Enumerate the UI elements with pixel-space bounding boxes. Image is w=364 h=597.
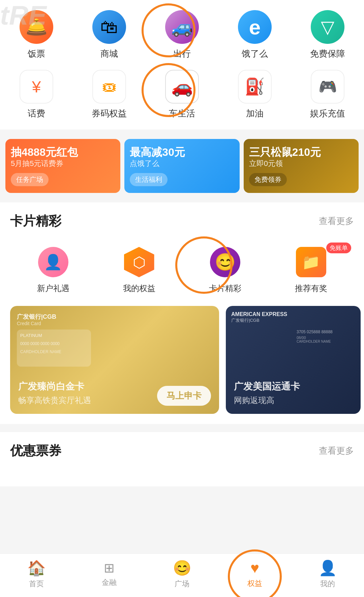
banner-squirrel-tag: 免费领券 [249, 173, 287, 186]
card-highlight-icon: 😊 [210, 247, 240, 277]
icon-item-food-ticket[interactable]: 🛎️ 饭票 [6, 10, 67, 60]
icon-grid: 🛎️ 饭票 🛍 商城 🚙 出行 e 饿了么 ▽ 免费保障 [0, 0, 364, 130]
banner-squirrel[interactable]: 三只松鼠210元 立即0元领 免费领券 [244, 139, 359, 193]
travel-label: 出行 [173, 48, 191, 60]
banner-discount-title: 最高减30元 [130, 146, 234, 159]
nav-finance[interactable]: ⊞ 金融 [79, 561, 140, 588]
banner-discount[interactable]: 最高减30元 点饿了么 生活福利 [124, 139, 239, 193]
fuel-label: 加油 [246, 108, 264, 119]
my-rights-icon: ⬡ [124, 247, 154, 277]
rights-icon: ♥ [250, 560, 259, 576]
free-protect-label: 免费保障 [310, 48, 345, 60]
highlight-refer-reward[interactable]: 免账单 📁 推荐有奖 [268, 240, 354, 299]
coupon-section-title: 优惠票券 [10, 442, 61, 459]
card-highlight-label: 卡片精彩 [209, 283, 241, 294]
entertainment-icon: 🎮 [311, 70, 344, 104]
car-life-label: 车生活 [169, 108, 195, 119]
icon-item-mall[interactable]: 🛍 商城 [79, 10, 140, 60]
banner-discount-subtitle: 点饿了么 [130, 159, 234, 169]
icon-item-entertainment[interactable]: 🎮 娱乐充值 [297, 70, 358, 119]
coupon-section-header: 优惠票券 查看更多 [0, 432, 364, 466]
coupon-content-placeholder [0, 466, 364, 486]
divider-1 [0, 130, 364, 134]
plaza-label: 广场 [175, 579, 189, 589]
cgb-apply-button[interactable]: 马上申卡 [157, 386, 211, 406]
icon-row-2: ¥ 话费 🎟 券码权益 🚗 车生活 ⛽ 加油 🎮 娱乐充值 [0, 66, 364, 126]
car-life-icon: 🚗 [165, 70, 199, 104]
food-ticket-icon: 🛎️ [20, 10, 53, 44]
amex-card-name: 广发美国运通卡 [234, 380, 353, 393]
nav-home[interactable]: 🏠 首页 [6, 559, 67, 589]
mine-label: 我的 [320, 579, 335, 589]
banner-squirrel-title: 三只松鼠210元 [249, 146, 353, 159]
banner-redpacket-title: 抽4888元红包 [11, 146, 115, 159]
divider-3 [0, 424, 364, 428]
icon-item-travel[interactable]: 🚙 出行 [152, 10, 212, 60]
card-section-title: 卡片精彩 [10, 212, 61, 230]
nav-plaza[interactable]: 😊 广场 [152, 559, 212, 589]
icon-item-car-life[interactable]: 🚗 车生活 [152, 70, 212, 119]
cgb-logo: 广发银行|CGB Credit Card [17, 313, 56, 326]
finance-icon: ⊞ [104, 561, 115, 575]
card-section-header: 卡片精彩 查看更多 [0, 202, 364, 236]
divider-2 [0, 198, 364, 202]
eleme-icon: e [238, 10, 272, 44]
home-icon: 🏠 [27, 559, 46, 577]
eleme-label: 饿了么 [242, 48, 268, 60]
home-label: 首页 [29, 579, 44, 589]
amex-card-texts: 广发美国运通卡 网购返现高 [234, 380, 353, 406]
refer-reward-icon-wrap: 📁 [294, 245, 328, 279]
coupon-section-more[interactable]: 查看更多 [319, 445, 354, 457]
coupon-rights-label: 券码权益 [92, 108, 127, 119]
banner-section: 抽4888元红包 5月抽5元话费券 任务广场 最高减30元 点饿了么 生活福利 … [0, 134, 364, 198]
entertainment-label: 娱乐充值 [310, 108, 345, 119]
credit-card-banners: 广发银行|CGB Credit Card PLATINUM 0000 0000 … [0, 306, 364, 424]
mine-icon: 👤 [318, 559, 337, 577]
card-highlights: 👤 新户礼遇 ⬡ 我的权益 😊 卡片精彩 免账单 [0, 236, 364, 306]
icon-item-eleme[interactable]: e 饿了么 [224, 10, 285, 60]
travel-icon: 🚙 [165, 10, 199, 44]
card-section-more[interactable]: 查看更多 [319, 215, 354, 227]
new-user-icon-wrap: 👤 [36, 245, 70, 279]
highlight-card-highlight[interactable]: 😊 卡片精彩 [182, 240, 268, 299]
highlight-new-user[interactable]: 👤 新户礼遇 [10, 240, 96, 299]
banner-redpacket-tag: 任务广场 [11, 173, 49, 186]
page-container: tRE 🛎️ 饭票 🛍 商城 🚙 出行 e 饿了么 [0, 0, 364, 527]
highlight-my-rights[interactable]: ⬡ 我的权益 [96, 240, 182, 299]
refer-reward-icon: 📁 [296, 247, 326, 277]
new-user-icon: 👤 [38, 247, 68, 277]
bottom-nav: 🏠 首页 ⊞ 金融 😊 广场 ♥ 权益 👤 我的 [0, 553, 364, 597]
nav-rights[interactable]: ♥ 权益 [224, 560, 285, 589]
banner-squirrel-subtitle: 立即0元领 [249, 159, 353, 169]
refer-reward-label: 推荐有奖 [295, 283, 327, 294]
icon-item-fuel[interactable]: ⛽ 加油 [224, 70, 285, 119]
banner-redpacket-subtitle: 5月抽5元话费券 [11, 159, 115, 169]
fuel-icon: ⛽ [238, 70, 272, 104]
banner-discount-tag: 生活福利 [130, 173, 168, 186]
icon-item-phone-bill[interactable]: ¥ 话费 [6, 70, 67, 119]
mall-label: 商城 [100, 48, 118, 60]
phone-bill-icon: ¥ [20, 70, 53, 104]
coupon-section: 优惠票券 查看更多 [0, 432, 364, 486]
phone-bill-label: 话费 [28, 108, 45, 119]
free-protect-icon: ▽ [311, 10, 344, 44]
plaza-icon: 😊 [173, 559, 191, 577]
my-rights-label: 我的权益 [123, 283, 155, 294]
amex-logo: AMERICAN EXPRESS 广发银行|CGB [231, 311, 287, 323]
cgb-platinum-card[interactable]: 广发银行|CGB Credit Card PLATINUM 0000 0000 … [10, 306, 219, 414]
food-ticket-label: 饭票 [28, 48, 45, 60]
coupon-rights-icon: 🎟 [92, 70, 126, 104]
card-highlight-icon-wrap: 😊 [208, 245, 242, 279]
amex-card-desc: 网购返现高 [234, 395, 353, 406]
new-user-label: 新户礼遇 [37, 283, 69, 294]
icon-item-coupon-rights[interactable]: 🎟 券码权益 [79, 70, 140, 119]
finance-label: 金融 [102, 577, 117, 588]
nav-mine[interactable]: 👤 我的 [297, 559, 358, 589]
amex-cgb-card[interactable]: AMERICAN EXPRESS 广发银行|CGB 3705 025888 88… [226, 306, 361, 414]
banner-redpacket[interactable]: 抽4888元红包 5月抽5元话费券 任务广场 [5, 139, 120, 193]
my-rights-icon-wrap: ⬡ [122, 245, 156, 279]
mall-icon: 🛍 [92, 10, 126, 44]
icon-item-free-protect[interactable]: ▽ 免费保障 [297, 10, 358, 60]
mianzhangdan-badge: 免账单 [326, 243, 351, 253]
icon-row-1: 🛎️ 饭票 🛍 商城 🚙 出行 e 饿了么 ▽ 免费保障 [0, 7, 364, 66]
